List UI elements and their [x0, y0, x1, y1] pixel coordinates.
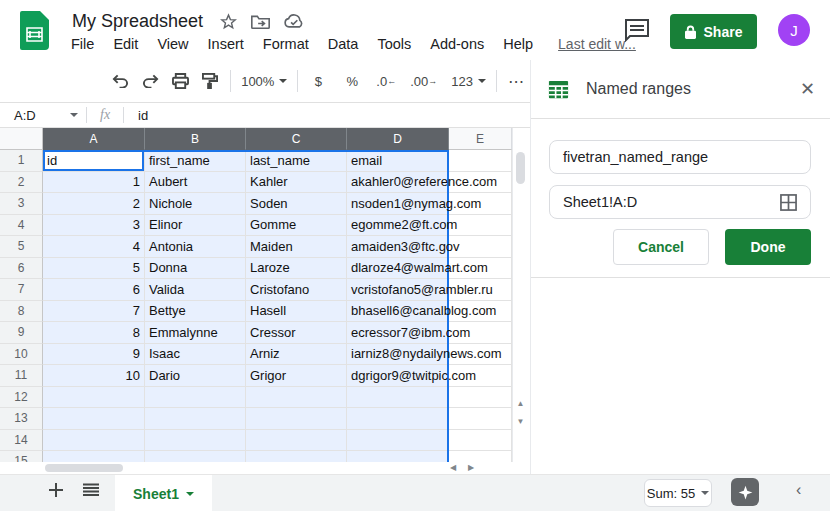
- cell-E12[interactable]: [449, 387, 512, 409]
- cell-B2[interactable]: Aubert: [145, 172, 246, 194]
- row-header-6[interactable]: 6: [0, 258, 43, 280]
- redo-icon[interactable]: [137, 68, 163, 94]
- cell-C1[interactable]: last_name: [246, 150, 347, 172]
- cell-E14[interactable]: [449, 430, 512, 452]
- cell-D6[interactable]: dlaroze4@walmart.com: [347, 258, 449, 280]
- select-all-corner[interactable]: [0, 128, 43, 150]
- row-header-13[interactable]: 13: [0, 408, 43, 430]
- zoom-select[interactable]: 100%: [238, 68, 290, 94]
- print-icon[interactable]: [167, 68, 193, 94]
- cell-D4[interactable]: egomme2@ft.com: [347, 215, 449, 237]
- row-header-8[interactable]: 8: [0, 301, 43, 323]
- sheets-logo-icon[interactable]: [20, 11, 49, 50]
- horizontal-scrollbar[interactable]: ◀ ▶: [0, 462, 512, 474]
- cell-B11[interactable]: Dario: [145, 365, 246, 387]
- cell-D10[interactable]: iarniz8@nydailynews.com: [347, 344, 449, 366]
- scroll-up-icon[interactable]: ▲: [515, 400, 526, 408]
- cell-C6[interactable]: Laroze: [246, 258, 347, 280]
- cell-A10[interactable]: 9: [43, 344, 145, 366]
- cell-C3[interactable]: Soden: [246, 193, 347, 215]
- menu-file[interactable]: File: [71, 36, 94, 52]
- cell-B7[interactable]: Valida: [145, 279, 246, 301]
- row-header-15[interactable]: 15: [0, 451, 43, 462]
- column-header-C[interactable]: C: [246, 128, 347, 150]
- cell-A3[interactable]: 2: [43, 193, 145, 215]
- row-header-4[interactable]: 4: [0, 215, 43, 237]
- cell-C2[interactable]: Kahler: [246, 172, 347, 194]
- menu-edit[interactable]: Edit: [113, 36, 138, 52]
- cell-D14[interactable]: [347, 430, 449, 452]
- scroll-down-icon[interactable]: ▼: [515, 418, 526, 426]
- cell-A6[interactable]: 5: [43, 258, 145, 280]
- cell-B3[interactable]: Nichole: [145, 193, 246, 215]
- sheet-tab[interactable]: Sheet1: [115, 475, 212, 511]
- cell-C8[interactable]: Hasell: [246, 301, 347, 323]
- cancel-button[interactable]: Cancel: [613, 229, 709, 265]
- row-header-3[interactable]: 3: [0, 193, 43, 215]
- scroll-left-icon[interactable]: ◀: [450, 464, 456, 472]
- row-header-2[interactable]: 2: [0, 172, 43, 194]
- format-currency-button[interactable]: $: [305, 68, 331, 94]
- cell-A15[interactable]: [43, 451, 145, 462]
- close-icon[interactable]: ✕: [800, 80, 815, 98]
- cell-E15[interactable]: [449, 451, 512, 462]
- cell-B10[interactable]: Isaac: [145, 344, 246, 366]
- cell-D2[interactable]: akahler0@reference.com: [347, 172, 449, 194]
- row-header-12[interactable]: 12: [0, 387, 43, 409]
- select-data-range-icon[interactable]: [780, 194, 797, 211]
- document-title[interactable]: My Spreadsheet: [72, 11, 203, 32]
- collapse-panel-icon[interactable]: ‹: [796, 481, 801, 499]
- cell-E1[interactable]: [449, 150, 512, 172]
- paint-format-icon[interactable]: [197, 68, 223, 94]
- cell-A11[interactable]: 10: [43, 365, 145, 387]
- cell-B1[interactable]: first_name: [145, 150, 246, 172]
- column-header-E[interactable]: E: [449, 128, 512, 150]
- cell-C14[interactable]: [246, 430, 347, 452]
- row-header-5[interactable]: 5: [0, 236, 43, 258]
- cell-C15[interactable]: [246, 451, 347, 462]
- range-name-input[interactable]: fivetran_named_range: [549, 140, 811, 174]
- star-icon[interactable]: [220, 13, 237, 30]
- column-header-A[interactable]: A: [43, 128, 145, 150]
- scroll-right-icon[interactable]: ▶: [468, 464, 474, 472]
- cell-A4[interactable]: 3: [43, 215, 145, 237]
- cell-B4[interactable]: Elinor: [145, 215, 246, 237]
- menu-insert[interactable]: Insert: [208, 36, 244, 52]
- cell-A12[interactable]: [43, 387, 145, 409]
- menu-view[interactable]: View: [157, 36, 188, 52]
- more-toolbar-options[interactable]: ⋯: [504, 68, 530, 94]
- cell-C12[interactable]: [246, 387, 347, 409]
- cell-B8[interactable]: Bettye: [145, 301, 246, 323]
- cell-D13[interactable]: [347, 408, 449, 430]
- comment-history-icon[interactable]: [624, 18, 650, 42]
- cell-D12[interactable]: [347, 387, 449, 409]
- done-button[interactable]: Done: [725, 229, 811, 265]
- cell-B5[interactable]: Antonia: [145, 236, 246, 258]
- vertical-scrollbar[interactable]: ▲ ▼: [512, 128, 527, 462]
- cell-B12[interactable]: [145, 387, 246, 409]
- cell-A14[interactable]: [43, 430, 145, 452]
- cell-A9[interactable]: 8: [43, 322, 145, 344]
- row-header-14[interactable]: 14: [0, 430, 43, 452]
- column-header-D[interactable]: D: [347, 128, 449, 150]
- menu-format[interactable]: Format: [263, 36, 309, 52]
- cell-D1[interactable]: email: [347, 150, 449, 172]
- cell-C9[interactable]: Cressor: [246, 322, 347, 344]
- name-box[interactable]: A:D: [0, 108, 86, 123]
- cell-D3[interactable]: nsoden1@nymag.com: [347, 193, 449, 215]
- sum-status-button[interactable]: Sum: 55: [644, 479, 712, 507]
- cell-B15[interactable]: [145, 451, 246, 462]
- cloud-saved-icon[interactable]: [284, 14, 304, 29]
- range-value-input[interactable]: Sheet1!A:D: [549, 185, 811, 219]
- row-header-1[interactable]: 1: [0, 150, 43, 172]
- format-percent-button[interactable]: %: [339, 68, 365, 94]
- cell-D15[interactable]: [347, 451, 449, 462]
- cell-C4[interactable]: Gomme: [246, 215, 347, 237]
- column-header-B[interactable]: B: [145, 128, 246, 150]
- cell-A13[interactable]: [43, 408, 145, 430]
- menu-data[interactable]: Data: [328, 36, 359, 52]
- cell-D9[interactable]: ecressor7@ibm.com: [347, 322, 449, 344]
- cell-D11[interactable]: dgrigor9@twitpic.com: [347, 365, 449, 387]
- row-header-7[interactable]: 7: [0, 279, 43, 301]
- cell-B6[interactable]: Donna: [145, 258, 246, 280]
